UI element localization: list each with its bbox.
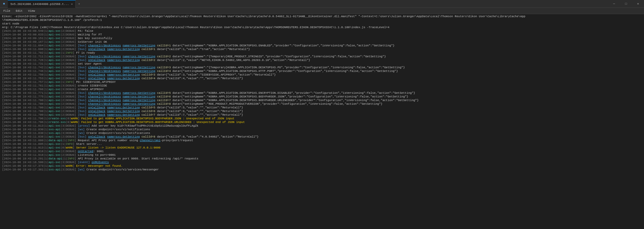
tab-close-icon[interactable]: ✕ <box>71 2 73 6</box>
log-line: [2024-10-06 19:43:11.780|1|api-svc|2|DEB… <box>0 102 644 106</box>
log-line: [2024-10-06 19:43:11.702|1|api-svc|1|INF… <box>0 51 644 55</box>
log-line: [2024-10-06 19:43:08.633|1|api-svc|2|DEB… <box>0 33 644 36</box>
content-area[interactable]: Eikon: -eikonId=2092 -EikonProcessId=282… <box>0 14 644 229</box>
log-line: [2024-10-06 19:43:11.771|1|api-svc|2|DEB… <box>0 91 644 95</box>
log-line: [2024-10-06 19:43:11.830|1|sxs-api|3|DEB… <box>0 128 644 131</box>
log-line: [2024-10-06 19:43:11.780|1|api-svc|2|DEB… <box>0 106 644 109</box>
new-tab-button[interactable]: ＋ <box>76 0 83 8</box>
log-line: [2024-10-06 19:43:11.813|1|api-svc|3|DEB… <box>0 124 644 128</box>
log-line: [2024-10-06 19:43:11.775|1|api-svc|2|DEB… <box>0 95 644 98</box>
log-line: [2024-10-06 19:43:11.698|1|api-svc|2|DEB… <box>0 47 644 51</box>
log-line: [2024-10-06 19:43:11.731|1|api-svc|2|DEB… <box>0 62 644 66</box>
log-line: [2024-10-06 19:43:17.373|1|api-svc|0|WAR… <box>0 164 644 168</box>
log-line: [2024-10-06 19:43:08.549|1|api-svc|2|DEB… <box>0 29 644 33</box>
log-line: [2024-10-06 19:43:11.766|1|api-svc|3|DEB… <box>0 88 644 91</box>
close-button[interactable]: ✕ <box>632 0 644 8</box>
title-bar-controls: ─ □ ✕ <box>608 0 644 8</box>
log-line: [2024-10-06 19:43:11.664|1|api-svc|2|DEB… <box>0 44 644 47</box>
log-line: [2024-10-06 19:43:11.753|1|api-svc|2|DEB… <box>0 77 644 80</box>
log-line: [2024-10-06 19:43:11.918|1|api-svc|2|DEB… <box>0 153 644 157</box>
log-line: [2024-10-06 19:43:11.746|1|api-svc|2|DEB… <box>0 69 644 73</box>
log-line: [2024-10-06 19:43:11.918|1|api-svc|2|DEB… <box>0 150 644 153</box>
log-line: start node <box>0 22 644 26</box>
log-line: [2024-10-06 19:43:16.500|1|api-svc|3|DEB… <box>0 160 644 164</box>
menu-bar: File Edit View <box>0 8 644 14</box>
log-line: [2024-10-06 19:43:11.796|1|create-sxs|0|… <box>0 117 644 120</box>
title-bar-left: ■ 5x5.20241006.144304000.p32568.t... ✕ ＋ <box>0 0 608 8</box>
log-line: Eikon: -eikonId=2092 -EikonProcessId=282… <box>0 15 644 18</box>
maximize-button[interactable]: □ <box>620 0 632 8</box>
log-line: [2024-10-06 19:43:11.838|1|api-svc|2|DEB… <box>0 135 644 139</box>
log-line: [2024-10-06 19:43:11.780|1|api-svc|2|DEB… <box>0 113 644 117</box>
tab-label: 5x5.20241006.144304000.p32568.t... <box>10 3 69 6</box>
log-line: [2024-10-06 19:43:11.780|1|api-svc|2|DEB… <box>0 109 644 113</box>
log-line: [2024-10-06 19:43:15.291|1|data-api|1|IN… <box>0 157 644 160</box>
log-line: Arg: C:\Program Files (x86)\Thomson Reut… <box>0 26 644 29</box>
log-line: [2024-10-06 19:43:11.750|1|api-svc|2|DEB… <box>0 73 644 77</box>
log-line: [2024-10-06 19:43:11.880|1|data-api|1|IN… <box>0 139 644 142</box>
menu-view[interactable]: View <box>26 9 37 13</box>
tab-active[interactable]: 5x5.20241006.144304000.p32568.t... ✕ <box>8 0 76 8</box>
log-line: [2024-10-06 19:43:11.757|1|api-svc|1|INF… <box>0 80 644 84</box>
log-line: [2024-10-06 19:43:09.151|1|api-svc|2|DEB… <box>0 36 644 40</box>
window-icon: ■ <box>1 1 7 7</box>
log-line: [2024-10-06 19:43:17.381|1|sxs-api|3|DEB… <box>0 168 644 171</box>
log-line: [2024-10-06 19:43:11.726|1|api-svc|2|DEB… <box>0 58 644 62</box>
menu-edit[interactable]: Edit <box>14 9 25 13</box>
log-line: \THOMSONREUTERS.EIKON.DESKTOPSXSSVC\1.1.… <box>0 18 644 22</box>
log-line: [2024-10-06 19:43:11.711|1|api-svc|2|DEB… <box>0 55 644 58</box>
minimize-button[interactable]: ─ <box>608 0 620 8</box>
menu-file[interactable]: File <box>1 9 12 13</box>
log-line: [2024-10-06 19:43:11.913|1|api-svc|0|WAR… <box>0 146 644 150</box>
log-line: [2024-10-06 19:43:11.761|1|api-svc|3|DEB… <box>0 84 644 88</box>
log-line: [2024-10-06 19:43:11.895|1|api-svc|1|INF… <box>0 142 644 146</box>
title-bar: ■ 5x5.20241006.144304000.p32568.t... ✕ ＋… <box>0 0 644 8</box>
log-line: [2024-10-06 19:43:11.742|1|api-svc|3|DEB… <box>0 66 644 69</box>
log-line: [2024-10-06 19:43:11.780|1|api-svc|2|DEB… <box>0 98 644 102</box>
log-line: [2024-10-06 19:43:11.830|1|sxs-api|3|DEB… <box>0 131 644 135</box>
log-line: [2024-10-06 19:43:09.167|1|api-svc|2|DEB… <box>0 40 644 44</box>
log-line: [2024-10-06 19:43:11.796|1|create-sxs|0|… <box>0 120 644 124</box>
